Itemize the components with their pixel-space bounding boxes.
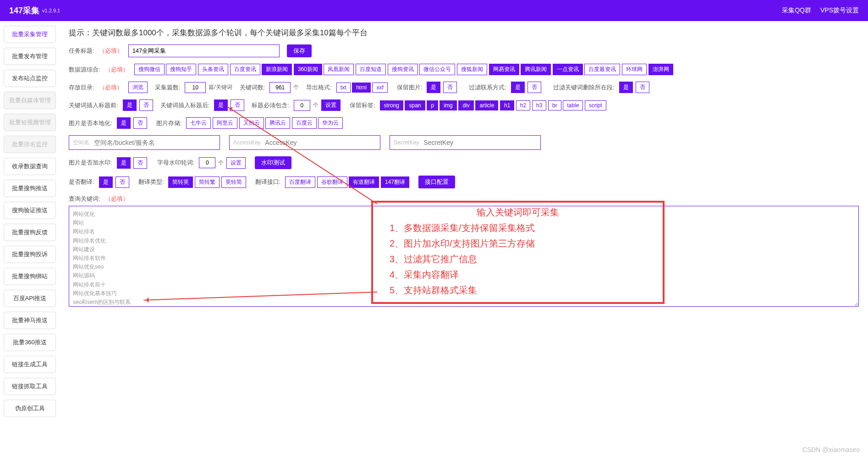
contact-no[interactable]: 否 <box>527 82 541 93</box>
row-translate: 是否翻译: 是 否 翻译类型: 简转英 简转繁 英转简 翻译接口: 百度翻译 谷… <box>69 176 859 188</box>
source-opt-2[interactable]: 头条资讯 <box>198 64 228 75</box>
source-opt-13[interactable]: 一点资讯 <box>553 64 583 75</box>
keepimg-no[interactable]: 否 <box>443 82 457 93</box>
sidebar-item-2[interactable]: 发布站点监控 <box>4 70 56 87</box>
trans-api-3[interactable]: 147翻译 <box>381 176 409 188</box>
kwcount-input[interactable] <box>269 82 291 93</box>
sidebar-item-6[interactable]: 收录数据查询 <box>4 158 56 175</box>
trans-api-0[interactable]: 百度翻译 <box>285 176 315 188</box>
save-button[interactable]: 保存 <box>287 44 312 57</box>
imgstore-label: 图片存储: <box>156 119 182 127</box>
wm-set-button[interactable]: 设置 <box>226 157 246 169</box>
insert-before-yes[interactable]: 是 <box>123 99 137 111</box>
tag-opt-6[interactable]: h1 <box>500 100 514 110</box>
source-opt-1[interactable]: 搜狗知乎 <box>166 64 196 75</box>
keywords-textarea[interactable] <box>69 206 859 307</box>
sidebar-item-8[interactable]: 搜狗验证推送 <box>4 202 56 219</box>
api-config-button[interactable]: 接口配置 <box>418 176 455 188</box>
sidebar-item-0[interactable]: 批量采集管理 <box>4 26 56 43</box>
tag-opt-2[interactable]: p <box>427 100 438 110</box>
source-opt-12[interactable]: 腾讯新闻 <box>521 64 551 75</box>
trans-api-2[interactable]: 有道翻译 <box>349 176 379 188</box>
kwcount-label: 关键词数: <box>240 83 265 92</box>
link-qq-group[interactable]: 采集QQ群 <box>782 6 811 15</box>
link-vps-settings[interactable]: VPS拨号设置 <box>820 6 859 15</box>
contact-yes[interactable]: 是 <box>511 82 525 93</box>
wm-test-button[interactable]: 水印测试 <box>255 156 291 169</box>
tag-opt-9[interactable]: br <box>548 100 561 110</box>
sidebar-item-16[interactable]: 链接抓取工具 <box>4 378 56 395</box>
tag-opt-8[interactable]: h3 <box>532 100 546 110</box>
tag-opt-11[interactable]: script <box>585 100 606 110</box>
browse-button[interactable]: 浏览 <box>128 82 148 93</box>
sidebar-item-11[interactable]: 批量搜狗绑站 <box>4 268 56 285</box>
count-input[interactable] <box>185 82 206 93</box>
insert-after-no[interactable]: 否 <box>231 99 244 111</box>
source-opt-0[interactable]: 搜狗微信 <box>134 64 165 75</box>
cloud-opt-3[interactable]: 腾讯云 <box>265 117 290 129</box>
source-opt-14[interactable]: 百度最资讯 <box>584 64 620 75</box>
filterseg-no[interactable]: 否 <box>636 82 649 93</box>
sidebar-item-17[interactable]: 伪原创工具 <box>4 400 56 417</box>
trans-yes[interactable]: 是 <box>99 176 113 188</box>
fmt-opt-2[interactable]: xxf <box>372 83 387 93</box>
cloud-opt-1[interactable]: 阿里云 <box>213 117 237 129</box>
sidebar-item-15[interactable]: 链接生成工具 <box>4 356 56 373</box>
fmt-opt-0[interactable]: txt <box>336 83 351 93</box>
wm-yes[interactable]: 是 <box>117 157 131 169</box>
tag-opt-1[interactable]: span <box>405 100 425 110</box>
accesskey-input[interactable] <box>265 139 376 146</box>
filterseg-yes[interactable]: 是 <box>619 82 633 93</box>
dir-label: 存放目录: <box>69 83 94 92</box>
row-insert: 关键词插入标题前: 是 否 关键词插入标题后: 是 否 标题必须包含: 个 设置… <box>69 99 859 111</box>
secretkey-input[interactable] <box>423 139 537 146</box>
imglocal-no[interactable]: 否 <box>133 117 147 129</box>
img-label: 保留图片: <box>397 83 423 92</box>
tag-opt-0[interactable]: strong <box>380 100 403 110</box>
cloud-opt-0[interactable]: 七牛云 <box>186 117 211 129</box>
source-opt-7[interactable]: 百度知道 <box>356 64 386 75</box>
trans-type-1[interactable]: 简转繁 <box>195 176 220 188</box>
source-opt-3[interactable]: 百度资讯 <box>230 64 260 75</box>
cloud-opt-4[interactable]: 百度云 <box>292 117 317 129</box>
imglocal-yes[interactable]: 是 <box>117 117 131 129</box>
source-opt-8[interactable]: 搜狗资讯 <box>388 64 418 75</box>
tag-opt-3[interactable]: img <box>439 100 456 110</box>
trans-no[interactable]: 否 <box>115 176 129 188</box>
insert-before-no[interactable]: 否 <box>139 99 153 111</box>
fmt-opt-1[interactable]: html <box>352 83 371 93</box>
wm-rot-input[interactable] <box>199 157 215 168</box>
source-opt-4[interactable]: 新浪新闻 <box>262 64 292 75</box>
source-opt-5[interactable]: 360新闻 <box>294 64 322 75</box>
cloud-opt-2[interactable]: 又拍云 <box>239 117 264 129</box>
tag-opt-5[interactable]: article <box>475 100 498 110</box>
tag-opt-4[interactable]: div <box>458 100 473 110</box>
source-opt-6[interactable]: 凤凰新闻 <box>324 64 354 75</box>
source-opt-9[interactable]: 微信公众号 <box>419 64 455 75</box>
trans-type-0[interactable]: 简转英 <box>168 176 193 188</box>
sidebar-item-10[interactable]: 批量搜狗投诉 <box>4 246 56 263</box>
sidebar-item-1[interactable]: 批量发布管理 <box>4 48 56 65</box>
bucket-input[interactable] <box>94 139 216 146</box>
wm-no[interactable]: 否 <box>133 157 147 169</box>
sidebar-item-7[interactable]: 批量搜狗推送 <box>4 180 56 197</box>
keepimg-yes[interactable]: 是 <box>427 82 440 93</box>
trans-type-2[interactable]: 英转简 <box>221 176 246 188</box>
app-version: v1.2.9.1 <box>42 8 60 13</box>
must-set-button[interactable]: 设置 <box>321 99 341 111</box>
sidebar-item-14[interactable]: 批量360推送 <box>4 334 56 351</box>
tag-opt-10[interactable]: table <box>563 100 583 110</box>
source-opt-10[interactable]: 搜狐新闻 <box>457 64 487 75</box>
cloud-opt-5[interactable]: 华为云 <box>318 117 343 129</box>
sidebar-item-9[interactable]: 批量搜狗反馈 <box>4 224 56 241</box>
source-opt-16[interactable]: 澎湃网 <box>648 64 673 75</box>
source-opt-15[interactable]: 环球网 <box>622 64 647 75</box>
sidebar-item-12[interactable]: 百度API推送 <box>4 290 56 307</box>
source-opt-11[interactable]: 网易资讯 <box>489 64 519 75</box>
sidebar-item-13[interactable]: 批量神马推送 <box>4 312 56 329</box>
task-title-input[interactable] <box>128 44 280 57</box>
tag-opt-7[interactable]: h2 <box>516 100 530 110</box>
trans-api-1[interactable]: 谷歌翻译 <box>317 176 347 188</box>
insert-after-yes[interactable]: 是 <box>214 99 228 111</box>
must-input[interactable] <box>294 100 310 111</box>
